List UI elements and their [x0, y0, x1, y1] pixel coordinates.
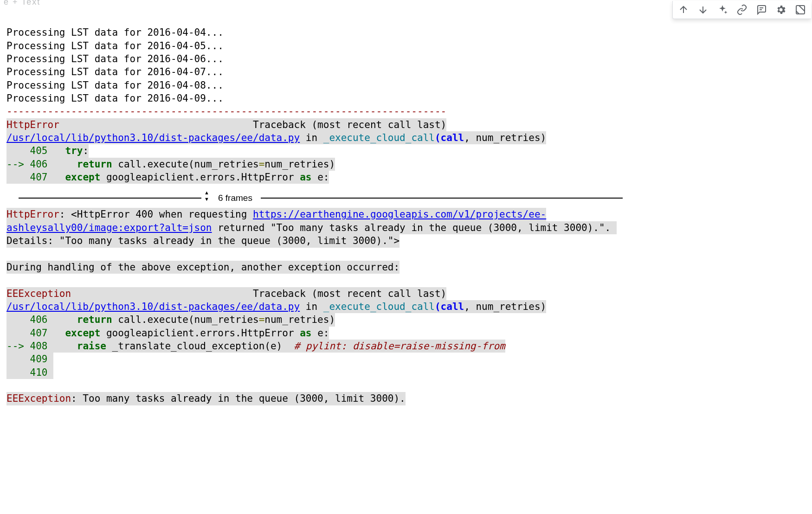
stdout-line: Processing LST data for 2016-04-06...: [6, 53, 224, 64]
code: e:: [311, 328, 329, 339]
notebook-output-cell: { "toolbar": { "faint_hint": "e + Text" …: [0, 0, 812, 514]
traceback-header: Traceback (most recent call last): [253, 119, 446, 130]
marker: [6, 314, 30, 325]
lineno: 408: [30, 341, 48, 352]
traceback-file-link[interactable]: /usr/local/lib/python3.10/dist-packages/…: [6, 132, 300, 143]
marker: [6, 353, 30, 365]
kw: raise: [77, 341, 106, 352]
error-url-part1[interactable]: https://earthengine.googleapis.com/v1/pr…: [253, 209, 546, 220]
traceback-hr: ----------------------------------------…: [6, 105, 446, 118]
stdout-line: Processing LST data for 2016-04-05...: [6, 40, 224, 51]
final-error-name: EEException: [6, 393, 71, 404]
kw: return: [77, 314, 112, 325]
error-message-prelink: <HttpError 400 when requesting: [71, 209, 253, 220]
lineno: 405: [30, 145, 48, 156]
code: googleapiclient.errors.HttpError: [100, 328, 300, 339]
frames-label[interactable]: 6 frames: [218, 192, 252, 204]
in-word: in: [300, 132, 323, 143]
marker: [6, 145, 30, 156]
code: call.execute(num_retries: [112, 314, 259, 325]
comment: # pylint: disable=raise-missing-from: [294, 341, 505, 352]
code: num_retries): [264, 314, 335, 325]
lineno: 406: [30, 314, 48, 325]
error-name: HttpError: [6, 119, 59, 130]
error-details-line: Details: "Too many tasks already in the …: [6, 234, 400, 247]
sig-rest: , num_retries): [464, 301, 546, 312]
traceback-header: Traceback (most recent call last): [253, 288, 446, 299]
prefix: [48, 172, 65, 183]
colon: :: [59, 209, 71, 220]
lineno: 409: [30, 353, 48, 365]
prefix: [48, 341, 77, 352]
lineno: 410: [30, 367, 48, 378]
stdout-line: Processing LST data for 2016-04-08...: [6, 80, 224, 91]
kw: as: [300, 172, 311, 183]
lineno: 406: [30, 159, 48, 170]
code: :: [83, 145, 89, 156]
kw: try: [65, 145, 83, 156]
prefix: [48, 328, 65, 339]
during-handling-msg: During handling of the above exception, …: [6, 261, 400, 274]
prefix: [48, 159, 77, 170]
kw: return: [77, 159, 112, 170]
marker: [6, 367, 30, 378]
code: googleapiclient.errors.HttpError: [100, 172, 300, 183]
code: e:: [311, 172, 329, 183]
lineno: 407: [30, 172, 48, 183]
error-name: HttpError: [6, 209, 59, 220]
lineno: 407: [30, 328, 48, 339]
op: =: [259, 314, 265, 325]
marker: [6, 328, 30, 339]
traceback-file-link[interactable]: /usr/local/lib/python3.10/dist-packages/…: [6, 301, 300, 312]
sig: (call: [435, 132, 464, 143]
marker: [6, 172, 30, 183]
marker: -->: [6, 341, 30, 352]
code: num_retries): [264, 159, 335, 170]
marker: -->: [6, 159, 30, 170]
sig: (call: [435, 301, 464, 312]
stdout-line: Processing LST data for 2016-04-09...: [6, 93, 224, 104]
stdout-line: Processing LST data for 2016-04-04...: [6, 27, 224, 38]
cell-output: Processing LST data for 2016-04-04... Pr…: [6, 13, 812, 418]
stdout-line: Processing LST data for 2016-04-07...: [6, 66, 224, 77]
insert-text-hint: e + Text: [4, 0, 40, 7]
kw: as: [300, 328, 311, 339]
error-name: EEException: [6, 288, 71, 299]
op: =: [259, 159, 265, 170]
prefix: [48, 314, 77, 325]
code: call.execute(num_retries: [112, 159, 259, 170]
prefix: [48, 145, 65, 156]
traceback-func: _execute_cloud_call: [323, 301, 435, 312]
kw: except: [65, 328, 100, 339]
traceback-func: _execute_cloud_call: [323, 132, 435, 143]
sig-rest: , num_retries): [464, 132, 546, 143]
in-word: in: [300, 301, 323, 312]
hidden-frames-divider: 6 frames: [6, 191, 624, 204]
error-url-part2[interactable]: ashleysally00/image:export?alt=json: [6, 222, 212, 233]
kw: except: [65, 172, 100, 183]
code: _translate_cloud_exception(e): [106, 341, 294, 352]
final-error-msg: : Too many tasks already in the queue (3…: [71, 393, 406, 404]
expand-frames-icon[interactable]: [204, 189, 209, 202]
